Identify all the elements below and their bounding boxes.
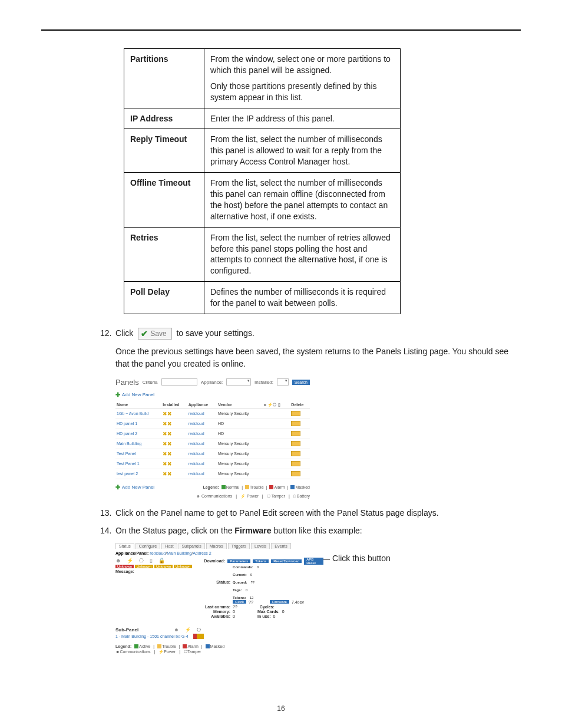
step-14: 14. On the Status page, click on the Fir…: [100, 525, 513, 536]
installed-icon: ✖✖: [163, 431, 172, 437]
status-icons: ☻⚡⎔▯🔒: [115, 558, 192, 564]
installed-label: Installed:: [254, 380, 273, 385]
step-13: 13. Click on the Panel name to get to Pa…: [100, 507, 513, 519]
panel-name-link[interactable]: Main Building: [117, 442, 141, 446]
callout-text: Click this button: [332, 554, 391, 563]
subpanel-row-link[interactable]: 1 - Main Building - 1501 channel bd G-4: [115, 634, 189, 638]
plus-icon: ✚: [115, 484, 120, 490]
add-new-panel-label: Add New Panel: [122, 392, 154, 397]
step-14-prefix: On the Status page, click on the: [115, 526, 234, 535]
config-row-desc: From the list, select the number of mill…: [204, 173, 401, 228]
parameters-button[interactable]: Parameters: [227, 559, 250, 563]
tab-levels[interactable]: Levels: [251, 543, 270, 549]
save-button-label: Save: [150, 329, 166, 338]
table-row: Test Panel 1 ✖✖ redcloud Mercury Securit…: [115, 459, 310, 469]
installed-icon: ✖✖: [163, 441, 172, 447]
delete-button[interactable]: [291, 431, 300, 436]
delete-button[interactable]: [291, 471, 300, 476]
table-row: HD panel 1 ✖✖ redcloud HD: [115, 419, 310, 429]
plus-icon: ✚: [115, 391, 120, 398]
panel-name-link[interactable]: Test Panel 1: [117, 462, 140, 466]
config-row-label: Partitions: [124, 49, 204, 108]
step-12-prefix: Click: [115, 328, 133, 338]
apb-reset-button[interactable]: APB Reset: [304, 558, 323, 565]
table-row: Test Panel ✖✖ redcloud Mercury Security: [115, 449, 310, 459]
search-button[interactable]: Search: [292, 380, 310, 385]
add-new-panel-top[interactable]: ✚ Add New Panel: [115, 391, 154, 398]
col-name[interactable]: Name: [115, 401, 161, 409]
panel-name-link[interactable]: test panel 2: [117, 472, 138, 476]
breadcrumb-link[interactable]: Main Building: [167, 551, 191, 555]
step-14-bold: Firmware: [234, 526, 271, 535]
appliance-link[interactable]: redcloud: [189, 462, 204, 466]
config-row-desc: Defines the number of milliseconds it is…: [204, 282, 401, 314]
appliance-link[interactable]: redcloud: [189, 431, 204, 436]
config-row-desc: Enter the IP address of this panel.: [204, 108, 401, 129]
criteria-input[interactable]: [161, 378, 197, 386]
panels-title: Panels: [115, 378, 139, 387]
tab-subpanels[interactable]: Subpanels: [178, 543, 205, 549]
config-row-label: Offline Timeout: [124, 173, 204, 228]
appliance-link[interactable]: redcloud: [189, 442, 204, 446]
tokens-button[interactable]: Tokens: [253, 559, 269, 563]
col-installed[interactable]: Installed: [161, 401, 187, 409]
clock-button[interactable]: Clock: [233, 600, 246, 604]
check-icon: ✔: [141, 329, 148, 338]
tab-triggers[interactable]: Triggers: [228, 543, 250, 549]
config-row-desc: From the list, select the number of retr…: [204, 227, 401, 282]
panel-name-link[interactable]: HD panel 1: [117, 421, 137, 426]
add-new-panel-bottom[interactable]: ✚ Add New Panel: [115, 484, 154, 490]
step-number: 13.: [100, 507, 115, 519]
installed-icon: ✖✖: [163, 421, 172, 427]
panel-name-link[interactable]: Test Panel: [117, 452, 136, 456]
panels-table: Name Installed Appliance Vendor ☻⚡⎔▯ Del…: [115, 401, 310, 479]
config-row-desc: From the list, select the number of mill…: [204, 129, 401, 173]
delete-button[interactable]: [291, 451, 300, 456]
delete-button[interactable]: [291, 411, 300, 416]
step-14-suffix: button like this example:: [272, 526, 362, 535]
installed-icon: ✖✖: [163, 471, 172, 477]
breadcrumb-link[interactable]: redcloud: [150, 551, 166, 555]
panel-name-link[interactable]: 1Gb ~ Avon Build: [117, 411, 148, 416]
delete-button[interactable]: [291, 461, 300, 466]
appliance-link[interactable]: redcloud: [189, 472, 204, 476]
col-appliance[interactable]: Appliance: [187, 401, 217, 409]
delete-button[interactable]: [291, 441, 300, 446]
criteria-label: Criteria: [143, 380, 158, 385]
config-row-label: IP Address: [124, 108, 204, 129]
status-page-screenshot: StatusConfigureHostSubpanelsMacrosTrigge…: [115, 543, 316, 655]
col-vendor[interactable]: Vendor: [217, 401, 262, 409]
tab-configure[interactable]: Configure: [135, 543, 160, 549]
col-delete[interactable]: Delete: [290, 401, 310, 409]
status-chips: Unknown Unknown Unknown Unknown: [115, 565, 192, 568]
firmware-button[interactable]: Firmware: [270, 600, 289, 604]
appliance-select[interactable]: [226, 378, 251, 386]
tab-status[interactable]: Status: [115, 543, 134, 549]
tab-host[interactable]: Host: [161, 543, 177, 549]
config-row-label: Poll Delay: [124, 282, 204, 314]
tab-events[interactable]: Events: [271, 543, 290, 549]
breadcrumb: Appliance/Panel: redcloud/Main Building/…: [115, 551, 316, 555]
appliance-link[interactable]: redcloud: [189, 452, 204, 456]
top-divider: [41, 29, 521, 31]
col-icons: ☻⚡⎔▯: [262, 401, 290, 409]
panel-name-link[interactable]: HD panel 2: [117, 431, 137, 436]
appliance-link[interactable]: redcloud: [189, 411, 204, 416]
breadcrumb-link[interactable]: Address 2: [193, 551, 211, 555]
table-row: HD panel 2 ✖✖ redcloud HD: [115, 429, 310, 439]
reset-download-button[interactable]: Reset/Download: [271, 559, 302, 563]
config-row-label: Retries: [124, 227, 204, 282]
config-table: PartitionsFrom the window, select one or…: [124, 48, 401, 314]
save-button[interactable]: ✔ Save: [138, 328, 171, 340]
delete-button[interactable]: [291, 421, 300, 426]
step-12: 12. Click ✔ Save to save your settings.: [100, 327, 513, 340]
installed-select[interactable]: [277, 378, 289, 386]
panels-listing-screenshot: Panels Criteria Appliance: Installed: Se…: [115, 378, 310, 499]
installed-icon: ✖✖: [163, 461, 172, 467]
step-number: 12.: [100, 327, 115, 339]
installed-icon: ✖✖: [163, 451, 172, 457]
tab-macros[interactable]: Macros: [206, 543, 227, 549]
legend-label: Legend:: [115, 644, 131, 649]
appliance-link[interactable]: redcloud: [189, 421, 204, 426]
legend-label: Legend:: [203, 485, 219, 489]
